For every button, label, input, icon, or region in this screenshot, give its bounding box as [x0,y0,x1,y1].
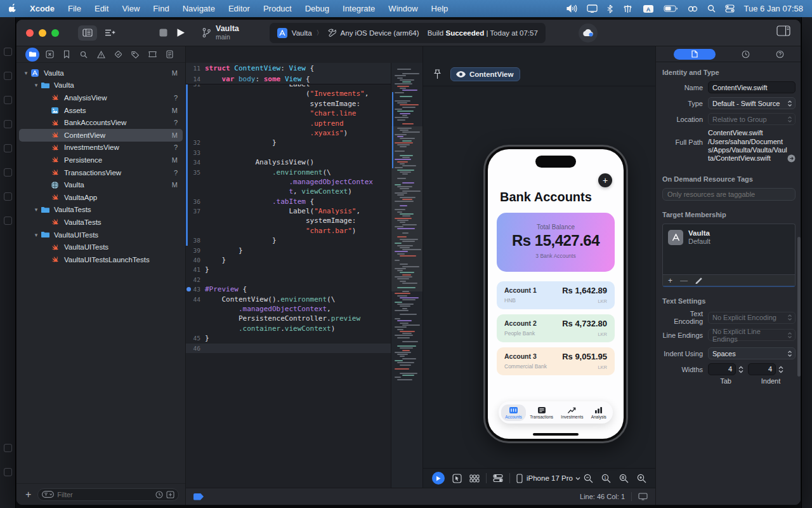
selectable-mode-icon[interactable] [452,474,462,483]
target-edit-button[interactable] [695,277,702,284]
type-dropdown[interactable]: Default - Swift Source [708,97,796,109]
display-icon[interactable] [587,4,598,13]
file-row-vaultauitestslaunchtests[interactable]: VaultaUITestsLaunchTests [19,253,183,266]
control-center-icon[interactable] [725,4,735,13]
add-account-button[interactable]: + [598,173,612,187]
menu-integrate[interactable]: Integrate [343,4,375,13]
inspector-scrollbar[interactable] [797,237,801,377]
source-control-filter-icon[interactable] [166,491,174,498]
preview-target-pill[interactable]: ContentView [450,67,520,81]
target-remove-button[interactable]: — [680,276,688,285]
file-row-vaulta[interactable]: ▾Vaulta [19,79,183,92]
file-row-vaulta[interactable]: ▾VaultaM [19,67,183,79]
debug-icon[interactable] [145,48,159,62]
menu-window[interactable]: Window [388,4,417,13]
inspector-toggle-icon[interactable] [776,25,790,36]
find-icon[interactable] [77,48,91,62]
navigator-toggle-icon[interactable] [78,25,97,41]
run-button[interactable] [176,28,185,37]
open-path-arrow-icon[interactable] [787,154,796,163]
tab-width-field[interactable]: 4 [708,363,736,375]
source-control-icon[interactable] [43,48,56,62]
file-row-vaultatests[interactable]: ▾VaultaTests [19,204,183,217]
phone-tab-accounts[interactable]: Accounts [501,404,526,421]
device-settings-icon[interactable] [493,474,503,483]
code-lines[interactable]: 31 Label ("Investments", systemImage: "c… [186,63,391,488]
history-inspector-tab[interactable] [742,50,750,58]
menu-editor[interactable]: Editor [228,4,250,13]
menu-xcode[interactable]: Xcode [30,4,55,13]
zoom-in-icon[interactable] [637,474,646,483]
file-row-contentview[interactable]: ContentViewM [19,129,183,142]
menu-help[interactable]: Help [431,4,449,13]
input-source-icon[interactable]: A [643,4,654,13]
target-membership-row[interactable]: Vaulta Default [663,224,795,251]
bookmarks-icon[interactable] [60,48,74,62]
reports-icon[interactable] [162,48,176,62]
phone-tab-transactions[interactable]: Transactions [526,404,557,421]
minimap[interactable] [391,63,422,488]
file-row-investmentsview[interactable]: InvestmentsView? [19,142,183,154]
zoom-100-icon[interactable]: 1 [601,474,611,483]
file-row-vaultauitests[interactable]: ▾VaultaUITests [19,229,183,241]
target-add-button[interactable]: + [668,276,672,285]
apple-menu-icon[interactable] [9,3,18,14]
zoom-out-icon[interactable] [584,474,593,483]
tests-icon[interactable] [111,48,125,62]
phone-tab-investments[interactable]: Investments [557,404,587,421]
activity-status[interactable]: Vaulta 〉 Any iOS Device (arm64) Build Su… [270,23,546,43]
file-row-vaulta[interactable]: VaultaM [19,178,183,191]
menu-product[interactable]: Product [263,4,292,13]
disclosure-open[interactable]: ▾ [32,82,41,88]
scheme-selector[interactable]: Vaulta main [202,25,239,41]
preview-device-name[interactable]: iPhone 17 Pro [527,474,573,482]
bluetooth-icon[interactable] [607,4,613,13]
add-file-button[interactable]: + [25,489,31,500]
file-row-assets[interactable]: AssetsM [19,104,183,117]
file-row-vaultatests[interactable]: VaultaTests [19,216,183,229]
disclosure-open[interactable]: ▾ [32,232,41,238]
file-inspector-tab[interactable] [674,49,716,60]
stop-button[interactable] [159,29,167,37]
continuity-icon[interactable] [688,5,698,13]
account-card-1[interactable]: Account 1HNBRs 1,642.89LKR [497,281,615,309]
encoding-dropdown[interactable]: No Explicit Encoding [708,312,796,324]
menubar-clock[interactable]: Tue 6 Jan 07:58 [744,4,803,13]
indent-width-field[interactable]: 4 [748,363,776,375]
odr-tags-input[interactable] [667,190,790,198]
tag-icon[interactable] [193,493,204,500]
file-row-vaultaapp[interactable]: VaultaApp [19,191,183,204]
volume-icon[interactable] [566,4,577,13]
close-button[interactable] [26,29,34,37]
wifi-icon[interactable] [622,4,633,13]
help-inspector-tab[interactable] [776,50,784,58]
minimize-button[interactable] [39,29,46,37]
indent-width-stepper[interactable] [778,365,784,374]
tab-width-stepper[interactable] [738,365,744,374]
menu-view[interactable]: View [122,4,140,13]
cloud-sync-button[interactable] [579,23,598,43]
live-preview-button[interactable] [432,472,445,485]
zoom-fit-icon[interactable] [619,474,629,483]
file-row-persistence[interactable]: PersistenceM [19,154,183,166]
menu-file[interactable]: File [68,4,81,13]
menu-navigate[interactable]: Navigate [183,4,215,13]
spotlight-icon[interactable] [707,4,716,13]
line-endings-dropdown[interactable]: No Explicit Line Endings [708,329,796,341]
file-row-bankaccountsview[interactable]: BankAccountsView? [19,116,183,129]
disclosure-open[interactable]: ▾ [32,206,41,213]
menu-edit[interactable]: Edit [95,4,108,13]
file-row-vaultauitests[interactable]: VaultaUITests [19,241,183,253]
recent-files-icon[interactable] [155,491,163,498]
file-row-transactionsview[interactable]: TransactionsView? [19,166,183,179]
name-field[interactable]: ContentView.swift [708,81,796,93]
disclosure-open[interactable]: ▾ [22,70,30,76]
issues-icon[interactable] [94,48,108,62]
filter-field[interactable] [37,488,179,501]
menu-debug[interactable]: Debug [305,4,329,13]
file-row-analysisview[interactable]: AnalysisView? [19,91,183,104]
account-card-2[interactable]: Account 2People BankRs 4,732.80LKR [497,314,615,342]
battery-icon[interactable] [664,5,678,12]
location-dropdown[interactable]: Relative to Group [708,113,796,125]
display-output-icon[interactable] [638,493,648,500]
